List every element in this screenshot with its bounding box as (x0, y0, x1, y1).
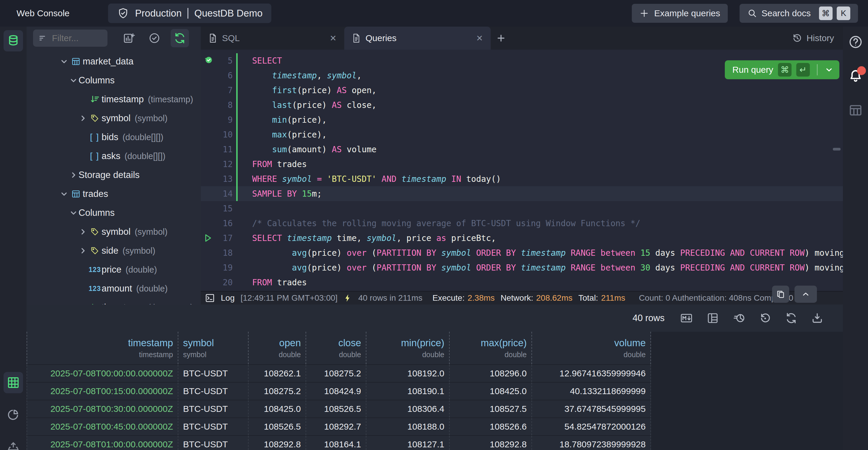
new-tab-button[interactable] (491, 27, 512, 50)
column-header-min-price-[interactable]: min(price)double (366, 332, 450, 364)
chevron-down-icon[interactable] (68, 209, 79, 217)
download-results-button[interactable] (811, 312, 824, 324)
chart-builder-button[interactable] (733, 312, 745, 325)
run-options-chevron-icon[interactable] (825, 65, 833, 74)
tree-item-price[interactable]: 123price(double) (27, 260, 201, 279)
restore-data-button[interactable] (759, 312, 771, 324)
code-line-15[interactable]: 15 (201, 201, 843, 216)
tree-item-storage-details[interactable]: Storage details (27, 166, 201, 185)
instance-badge[interactable]: Production QuestDB Demo (108, 4, 272, 23)
refresh-results-button[interactable] (785, 312, 798, 324)
copy-log-button[interactable] (772, 286, 789, 303)
code-line-text: min(price), (241, 115, 843, 125)
chevron-down-icon[interactable] (59, 190, 69, 198)
chevron-down-icon[interactable] (59, 58, 69, 65)
history-button[interactable]: History (792, 27, 834, 50)
tree-item-symbol[interactable]: symbol(symbol) (27, 109, 201, 128)
code-line-14[interactable]: 14SAMPLE BY 15m; (201, 186, 843, 201)
query-range-bar (232, 260, 241, 275)
app-title: Web Console (17, 8, 70, 18)
tree-item-side[interactable]: side(symbol) (27, 241, 201, 260)
chevron-down-icon[interactable] (68, 77, 79, 84)
chevron-right-icon[interactable] (68, 171, 79, 179)
code-line-19[interactable]: 19 avg(price) over (PARTITION BY symbol … (201, 260, 843, 275)
grid-view-button[interactable] (4, 372, 23, 393)
help-button[interactable] (848, 34, 863, 50)
query-range-bar (232, 68, 241, 83)
add-table-button[interactable] (120, 29, 138, 47)
tree-item-trades[interactable]: trades (27, 185, 201, 203)
table-row[interactable]: 2025-07-08T00:45:00.000000ZBTC-USDT10852… (27, 418, 651, 435)
query-range-bar (232, 275, 241, 290)
code-line-16[interactable]: 16/* Calculates the rolling moving avera… (201, 216, 843, 231)
tree-item-amount[interactable]: 123amount(double) (27, 279, 201, 298)
code-line-10[interactable]: 10 max(price), (201, 127, 843, 142)
editor-scrollbar[interactable] (833, 148, 841, 150)
notifications-button[interactable] (848, 68, 863, 83)
table-row[interactable]: 2025-07-08T01:00:00.000000ZBTC-USDT10829… (27, 435, 651, 450)
column-header-volume[interactable]: volumedouble (532, 332, 651, 364)
layout-panel-button[interactable] (848, 103, 863, 118)
close-tab-icon[interactable]: ✕ (476, 33, 483, 43)
auto-refresh-button[interactable] (170, 29, 189, 47)
run-success-icon[interactable] (201, 56, 216, 66)
run-line-icon[interactable] (201, 233, 216, 243)
filter-input-box[interactable] (33, 30, 107, 47)
tree-item-label: Columns (79, 207, 115, 218)
metric-total: Total:211ms (578, 293, 625, 303)
line-number: 14 (216, 189, 232, 199)
column-header-close[interactable]: closedouble (306, 332, 366, 364)
tree-item-asks[interactable]: []asks(double[][]) (27, 147, 201, 166)
top-bar: Web Console Production QuestDB Demo Exam… (0, 0, 868, 27)
tab-queries[interactable]: Queries ✕ (344, 27, 491, 50)
chart-view-button[interactable] (4, 404, 23, 425)
chevron-right-icon[interactable] (78, 247, 88, 255)
example-queries-button[interactable]: Example queries (632, 4, 728, 23)
column-header-max-price-[interactable]: max(price)double (450, 332, 532, 364)
tree-item-market-data[interactable]: market_data (27, 52, 201, 71)
chevron-right-icon[interactable] (78, 114, 88, 122)
collapse-log-button[interactable] (795, 286, 817, 303)
tables-panel-button[interactable] (4, 30, 23, 52)
cmd-key: ⌘ (778, 63, 792, 77)
tree-item-bids[interactable]: []bids(double[][]) (27, 128, 201, 147)
table-row[interactable]: 2025-07-08T00:30:00.000000ZBTC-USDT10842… (27, 400, 651, 418)
tab-sql[interactable]: SQL ✕ (201, 27, 344, 50)
run-query-button[interactable]: Run query ⌘ ↵ (725, 60, 839, 79)
chevron-right-icon[interactable] (78, 228, 88, 236)
search-docs-button[interactable]: Search docs ⌘ K (740, 4, 858, 23)
select-tables-button[interactable] (145, 29, 163, 47)
tree-item-symbol[interactable]: symbol(symbol) (27, 222, 201, 241)
markdown-copy-button[interactable] (680, 312, 693, 325)
code-line-8[interactable]: 8 last(price) AS close, (201, 97, 843, 112)
add-chart-icon (123, 32, 135, 44)
tree-item-label: Columns (79, 75, 115, 86)
table-row[interactable]: 2025-07-08T00:00:00.000000ZBTC-USDT10826… (27, 364, 651, 382)
code-line-11[interactable]: 11 sum(amount) AS volume (201, 142, 843, 157)
code-editor[interactable]: 5SELECT6 timestamp, symbol,7 first(price… (201, 50, 843, 291)
line-number: 17 (216, 233, 232, 243)
cell-timestamp: 2025-07-08T00:45:00.000000Z (27, 418, 178, 435)
code-line-18[interactable]: 18 avg(price) over (PARTITION BY symbol … (201, 245, 843, 260)
column-header-open[interactable]: opendouble (249, 332, 306, 364)
column-header-timestamp[interactable]: timestamptimestamp (27, 332, 178, 364)
table-row[interactable]: 2025-07-08T00:15:00.000000ZBTC-USDT10827… (27, 382, 651, 400)
column-name: symbol (183, 337, 243, 348)
code-line-9[interactable]: 9 min(price), (201, 112, 843, 127)
column-header-symbol[interactable]: symbolsymbol (178, 332, 249, 364)
code-line-text: /* Calculates the rolling moving average… (241, 219, 843, 228)
filter-input[interactable] (52, 33, 96, 43)
code-line-13[interactable]: 13WHERE symbol = 'BTC-USDT' AND timestam… (201, 171, 843, 186)
column-layout-button[interactable] (707, 312, 719, 324)
close-tab-icon[interactable]: ✕ (330, 33, 337, 43)
code-line-7[interactable]: 7 first(price) AS open, (201, 83, 843, 97)
code-line-17[interactable]: 17SELECT timestamp time, symbol, price a… (201, 231, 843, 245)
tree-item-timestamp[interactable]: timestamp(timestamp) (27, 90, 201, 109)
cell-close: 108526.5 (306, 400, 366, 418)
code-line-12[interactable]: 12FROM trades (201, 157, 843, 171)
tree-item-columns[interactable]: Columns (27, 203, 201, 222)
tree-item-timestamp[interactable]: timestamp(timestamp) (27, 298, 201, 305)
code-line-20[interactable]: 20FROM trades (201, 275, 843, 290)
tree-item-columns[interactable]: Columns (27, 71, 201, 90)
import-button[interactable] (4, 436, 23, 450)
